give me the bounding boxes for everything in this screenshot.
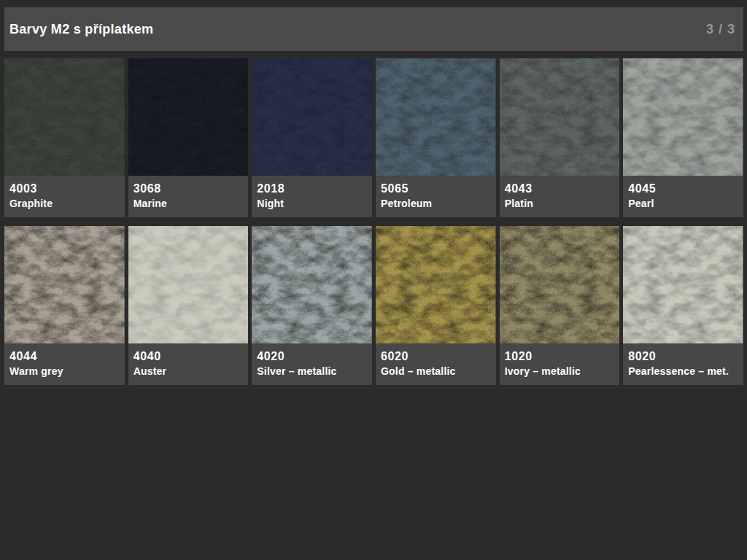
swatch-name: Night — [257, 196, 368, 211]
page-indicator: 3 / 3 — [706, 22, 735, 37]
swatch-texture — [500, 226, 620, 343]
swatch-label: 4003 Graphite — [4, 176, 125, 217]
swatch-4020[interactable]: 4020 Silver – metallic — [252, 226, 372, 385]
swatch-1020[interactable]: 1020 Ivory – metallic — [500, 226, 620, 385]
page-title: Barvy M2 s příplatkem — [9, 22, 153, 37]
swatch-code: 1020 — [505, 349, 616, 364]
swatch-4040[interactable]: 4040 Auster — [128, 226, 249, 385]
swatch-code: 4045 — [628, 182, 739, 196]
swatch-4003[interactable]: 4003 Graphite — [4, 58, 125, 217]
swatch-label: 8020 Pearlessence – met. — [623, 343, 743, 385]
swatch-name: Gold – metallic — [381, 364, 492, 378]
swatch-texture — [4, 58, 125, 176]
swatch-name: Petroleum — [381, 196, 492, 211]
swatch-code: 4040 — [133, 349, 244, 364]
swatch-texture — [4, 226, 125, 343]
swatch-8020[interactable]: 8020 Pearlessence – met. — [623, 226, 743, 385]
swatch-code: 4043 — [505, 182, 616, 196]
swatch-3068[interactable]: 3068 Marine — [128, 58, 249, 217]
swatch-code: 2018 — [257, 182, 368, 196]
swatch-6020[interactable]: 6020 Gold – metallic — [376, 226, 496, 385]
swatch-label: 4043 Platin — [500, 176, 620, 217]
swatch-texture — [252, 226, 372, 343]
swatch-name: Ivory – metallic — [505, 364, 616, 378]
swatch-texture — [128, 226, 249, 343]
swatch-code: 4044 — [9, 349, 120, 364]
swatch-label: 3068 Marine — [128, 176, 249, 217]
swatch-4044[interactable]: 4044 Warm grey — [4, 226, 125, 385]
swatch-code: 4003 — [9, 182, 120, 196]
swatch-texture — [376, 58, 496, 176]
swatch-label: 4020 Silver – metallic — [252, 343, 372, 385]
swatch-code: 8020 — [628, 349, 739, 364]
swatch-name: Pearl — [628, 196, 739, 211]
swatch-5065[interactable]: 5065 Petroleum — [376, 58, 496, 217]
swatch-texture — [623, 58, 743, 176]
swatch-4045[interactable]: 4045 Pearl — [623, 58, 743, 217]
swatch-name: Graphite — [9, 196, 120, 211]
swatch-label: 5065 Petroleum — [376, 176, 496, 217]
swatch-code: 6020 — [381, 349, 492, 364]
swatch-grid: 4003 Graphite 3068 Marine 2018 Nig — [4, 58, 743, 385]
swatch-name: Pearlessence – met. — [628, 364, 739, 378]
swatch-label: 2018 Night — [252, 176, 372, 217]
swatch-label: 1020 Ivory – metallic — [500, 343, 620, 385]
swatch-code: 5065 — [381, 182, 492, 196]
swatch-label: 4040 Auster — [128, 343, 249, 385]
swatch-texture — [128, 58, 249, 176]
swatch-label: 4045 Pearl — [623, 176, 743, 217]
swatch-label: 6020 Gold – metallic — [376, 343, 496, 385]
swatch-name: Silver – metallic — [257, 364, 368, 378]
swatch-texture — [623, 226, 743, 343]
swatch-texture — [376, 226, 496, 343]
swatch-texture — [500, 58, 620, 176]
swatch-name: Platin — [505, 196, 616, 211]
swatch-name: Marine — [133, 196, 244, 211]
swatch-name: Warm grey — [9, 364, 120, 378]
swatch-code: 4020 — [257, 349, 368, 364]
header-bar: Barvy M2 s příplatkem 3 / 3 — [4, 7, 743, 51]
swatch-4043[interactable]: 4043 Platin — [500, 58, 620, 217]
swatch-label: 4044 Warm grey — [4, 343, 125, 385]
swatch-name: Auster — [133, 364, 244, 378]
swatch-code: 3068 — [133, 182, 244, 196]
swatch-texture — [252, 58, 372, 176]
swatch-2018[interactable]: 2018 Night — [252, 58, 372, 217]
